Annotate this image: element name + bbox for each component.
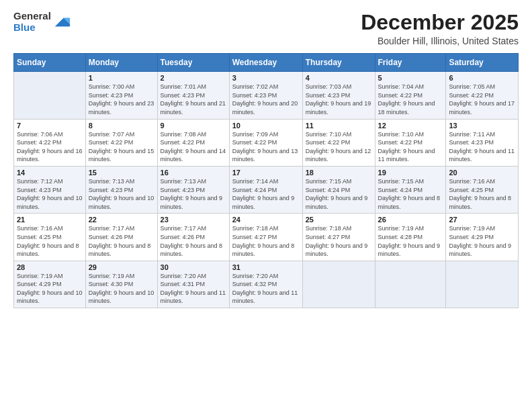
day-info: Sunrise: 7:19 AMSunset: 4:29 PMDaylight:…: [17, 272, 83, 306]
calendar-day-cell: 14Sunrise: 7:12 AMSunset: 4:23 PMDayligh…: [14, 166, 86, 213]
weekday-header-sunday: Sunday: [14, 54, 86, 72]
weekday-header-row: SundayMondayTuesdayWednesdayThursdayFrid…: [14, 54, 519, 72]
calendar-day-cell: 21Sunrise: 7:16 AMSunset: 4:25 PMDayligh…: [14, 214, 86, 261]
day-number: 16: [161, 169, 226, 177]
day-info: Sunrise: 7:10 AMSunset: 4:22 PMDaylight:…: [378, 130, 443, 164]
weekday-header-tuesday: Tuesday: [157, 54, 229, 72]
main-title: December 2025: [361, 11, 519, 34]
calendar-day-cell: 9Sunrise: 7:08 AMSunset: 4:22 PMDaylight…: [157, 119, 229, 166]
day-number: 2: [161, 74, 226, 82]
day-info: Sunrise: 7:20 AMSunset: 4:32 PMDaylight:…: [232, 272, 300, 306]
calendar-day-cell: 23Sunrise: 7:17 AMSunset: 4:26 PMDayligh…: [157, 214, 229, 261]
day-number: 22: [89, 216, 154, 224]
calendar-day-cell: 18Sunrise: 7:15 AMSunset: 4:24 PMDayligh…: [302, 166, 375, 213]
day-number: 1: [89, 74, 154, 82]
day-info: Sunrise: 7:17 AMSunset: 4:26 PMDaylight:…: [89, 224, 154, 258]
calendar-day-cell: 13Sunrise: 7:11 AMSunset: 4:23 PMDayligh…: [446, 119, 519, 166]
calendar-day-cell: 11Sunrise: 7:10 AMSunset: 4:22 PMDayligh…: [302, 119, 375, 166]
calendar-day-cell: 1Sunrise: 7:00 AMSunset: 4:23 PMDaylight…: [85, 72, 157, 119]
calendar-week-row: 21Sunrise: 7:16 AMSunset: 4:25 PMDayligh…: [14, 214, 519, 261]
calendar-day-cell: 6Sunrise: 7:05 AMSunset: 4:22 PMDaylight…: [446, 72, 519, 119]
calendar-day-cell: 10Sunrise: 7:09 AMSunset: 4:22 PMDayligh…: [229, 119, 302, 166]
calendar-day-cell: [302, 261, 375, 308]
day-info: Sunrise: 7:16 AMSunset: 4:25 PMDaylight:…: [17, 224, 83, 258]
day-number: 29: [89, 263, 154, 271]
weekday-header-monday: Monday: [85, 54, 157, 72]
day-info: Sunrise: 7:20 AMSunset: 4:31 PMDaylight:…: [161, 272, 226, 306]
calendar-day-cell: 15Sunrise: 7:13 AMSunset: 4:23 PMDayligh…: [85, 166, 157, 213]
calendar-day-cell: 12Sunrise: 7:10 AMSunset: 4:22 PMDayligh…: [375, 119, 446, 166]
day-number: 31: [232, 263, 300, 271]
day-info: Sunrise: 7:15 AMSunset: 4:24 PMDaylight:…: [378, 177, 443, 211]
logo-text: General Blue: [13, 11, 51, 33]
day-number: 15: [89, 169, 154, 177]
day-number: 11: [306, 122, 372, 130]
day-number: 13: [449, 122, 515, 130]
day-number: 25: [306, 216, 372, 224]
day-number: 30: [161, 263, 226, 271]
day-info: Sunrise: 7:19 AMSunset: 4:28 PMDaylight:…: [378, 224, 443, 258]
day-number: 17: [232, 169, 300, 177]
day-info: Sunrise: 7:12 AMSunset: 4:23 PMDaylight:…: [17, 177, 83, 211]
day-number: 6: [449, 74, 515, 82]
calendar-day-cell: 28Sunrise: 7:19 AMSunset: 4:29 PMDayligh…: [14, 261, 86, 308]
subtitle: Boulder Hill, Illinois, United States: [361, 36, 519, 46]
calendar-day-cell: 16Sunrise: 7:13 AMSunset: 4:23 PMDayligh…: [157, 166, 229, 213]
weekday-header-wednesday: Wednesday: [229, 54, 302, 72]
day-number: 24: [232, 216, 300, 224]
calendar-day-cell: 17Sunrise: 7:14 AMSunset: 4:24 PMDayligh…: [229, 166, 302, 213]
calendar-day-cell: 22Sunrise: 7:17 AMSunset: 4:26 PMDayligh…: [85, 214, 157, 261]
calendar-day-cell: 2Sunrise: 7:01 AMSunset: 4:23 PMDaylight…: [157, 72, 229, 119]
calendar-day-cell: 8Sunrise: 7:07 AMSunset: 4:22 PMDaylight…: [85, 119, 157, 166]
calendar-day-cell: 30Sunrise: 7:20 AMSunset: 4:31 PMDayligh…: [157, 261, 229, 308]
day-number: 10: [232, 122, 300, 130]
calendar-day-cell: 20Sunrise: 7:16 AMSunset: 4:25 PMDayligh…: [446, 166, 519, 213]
day-info: Sunrise: 7:19 AMSunset: 4:29 PMDaylight:…: [449, 224, 515, 258]
calendar-week-row: 14Sunrise: 7:12 AMSunset: 4:23 PMDayligh…: [14, 166, 519, 213]
calendar-day-cell: 25Sunrise: 7:18 AMSunset: 4:27 PMDayligh…: [302, 214, 375, 261]
day-info: Sunrise: 7:17 AMSunset: 4:26 PMDaylight:…: [161, 224, 226, 258]
calendar-day-cell: [375, 261, 446, 308]
day-info: Sunrise: 7:10 AMSunset: 4:22 PMDaylight:…: [306, 130, 372, 164]
day-number: 18: [306, 169, 372, 177]
day-number: 12: [378, 122, 443, 130]
day-number: 9: [161, 122, 226, 130]
calendar-table: SundayMondayTuesdayWednesdayThursdayFrid…: [13, 53, 519, 308]
calendar-day-cell: 29Sunrise: 7:19 AMSunset: 4:30 PMDayligh…: [85, 261, 157, 308]
calendar-week-row: 7Sunrise: 7:06 AMSunset: 4:22 PMDaylight…: [14, 119, 519, 166]
calendar-day-cell: [446, 261, 519, 308]
day-number: 7: [17, 122, 83, 130]
calendar-day-cell: 27Sunrise: 7:19 AMSunset: 4:29 PMDayligh…: [446, 214, 519, 261]
weekday-header-friday: Friday: [375, 54, 446, 72]
header: General Blue December 2025 Boulder Hill,…: [13, 11, 519, 46]
day-info: Sunrise: 7:15 AMSunset: 4:24 PMDaylight:…: [306, 177, 372, 211]
day-info: Sunrise: 7:11 AMSunset: 4:23 PMDaylight:…: [449, 130, 515, 164]
day-number: 8: [89, 122, 154, 130]
logo-general: General: [13, 11, 51, 22]
day-info: Sunrise: 7:16 AMSunset: 4:25 PMDaylight:…: [449, 177, 515, 211]
day-info: Sunrise: 7:13 AMSunset: 4:23 PMDaylight:…: [161, 177, 226, 211]
day-info: Sunrise: 7:07 AMSunset: 4:22 PMDaylight:…: [89, 130, 154, 164]
day-info: Sunrise: 7:18 AMSunset: 4:27 PMDaylight:…: [232, 224, 300, 258]
calendar-day-cell: 26Sunrise: 7:19 AMSunset: 4:28 PMDayligh…: [375, 214, 446, 261]
day-info: Sunrise: 7:02 AMSunset: 4:23 PMDaylight:…: [232, 83, 300, 116]
day-number: 28: [17, 263, 83, 271]
calendar-day-cell: 5Sunrise: 7:04 AMSunset: 4:22 PMDaylight…: [375, 72, 446, 119]
day-number: 14: [17, 169, 83, 177]
page: General Blue December 2025 Boulder Hill,…: [0, 0, 532, 411]
calendar-day-cell: 24Sunrise: 7:18 AMSunset: 4:27 PMDayligh…: [229, 214, 302, 261]
weekday-header-saturday: Saturday: [446, 54, 519, 72]
logo: General Blue: [13, 11, 71, 33]
calendar-day-cell: 19Sunrise: 7:15 AMSunset: 4:24 PMDayligh…: [375, 166, 446, 213]
logo-icon: [52, 13, 71, 32]
calendar-day-cell: 3Sunrise: 7:02 AMSunset: 4:23 PMDaylight…: [229, 72, 302, 119]
title-section: December 2025 Boulder Hill, Illinois, Un…: [361, 11, 519, 46]
calendar-day-cell: 4Sunrise: 7:03 AMSunset: 4:23 PMDaylight…: [302, 72, 375, 119]
day-number: 5: [378, 74, 443, 82]
calendar-day-cell: 7Sunrise: 7:06 AMSunset: 4:22 PMDaylight…: [14, 119, 86, 166]
day-info: Sunrise: 7:01 AMSunset: 4:23 PMDaylight:…: [161, 83, 226, 116]
day-info: Sunrise: 7:13 AMSunset: 4:23 PMDaylight:…: [89, 177, 154, 211]
day-info: Sunrise: 7:18 AMSunset: 4:27 PMDaylight:…: [306, 224, 372, 258]
day-number: 27: [449, 216, 515, 224]
calendar-day-cell: 31Sunrise: 7:20 AMSunset: 4:32 PMDayligh…: [229, 261, 302, 308]
